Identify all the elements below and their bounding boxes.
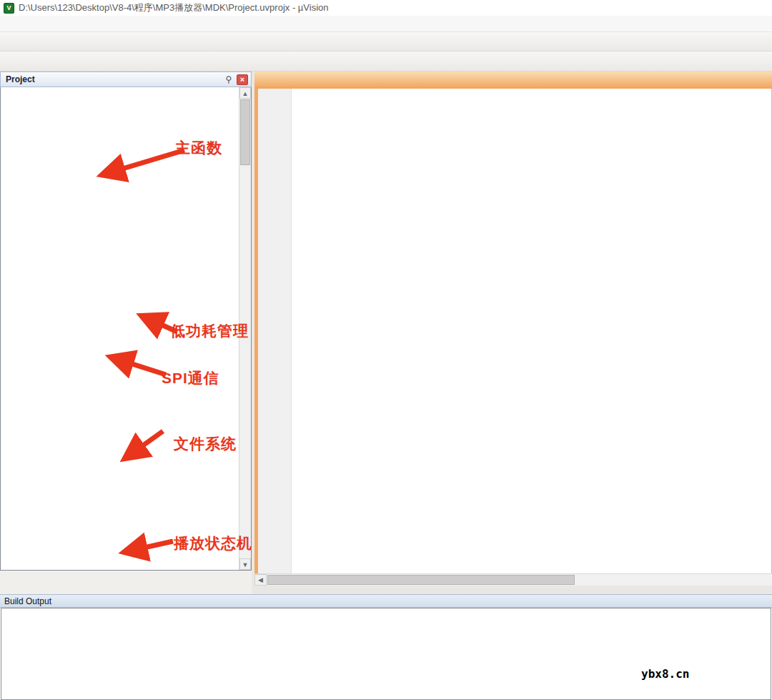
project-panel-title: Project (6, 74, 223, 84)
hscrollbar-thumb[interactable] (267, 575, 575, 585)
scroll-down-icon[interactable]: ▼ (239, 558, 251, 570)
close-panel-button[interactable]: × (237, 74, 248, 85)
tree-scrollbar[interactable]: ▲ ▼ (239, 87, 251, 570)
uvision-logo-icon: V (4, 3, 14, 14)
panel-tab-bar (0, 573, 252, 592)
scroll-up-icon[interactable]: ▲ (239, 87, 251, 99)
toolbar-build (0, 51, 772, 72)
build-output-content[interactable] (1, 608, 771, 700)
code-area[interactable] (254, 89, 772, 573)
build-output-header: Build Output (0, 594, 772, 608)
menubar (0, 16, 772, 32)
window-title: D:\Users\123\Desktop\V8-4\程序\MP3播放器\MDK\… (19, 1, 329, 14)
uvision-window: V D:\Users\123\Desktop\V8-4\程序\MP3播放器\MD… (0, 0, 772, 700)
toolbar-file (0, 32, 772, 51)
build-output-title: Build Output (4, 596, 51, 606)
main-area: Project ⚲ × ▲ ▼ (0, 72, 772, 594)
project-panel-header: Project ⚲ × (0, 72, 252, 87)
titlebar: V D:\Users\123\Desktop\V8-4\程序\MP3播放器\MD… (0, 0, 772, 16)
editor-tab-bar (254, 72, 772, 89)
editor-filler (254, 586, 772, 594)
pin-icon[interactable]: ⚲ (223, 74, 234, 84)
project-panel: Project ⚲ × ▲ ▼ (0, 72, 252, 594)
scrollbar-thumb[interactable] (240, 99, 250, 165)
watermark: ybx8.cn (641, 667, 689, 681)
scroll-left-icon[interactable]: ◀ (254, 574, 267, 586)
editor-hscrollbar[interactable]: ◀ (254, 573, 772, 586)
editor: ◀ (254, 72, 772, 594)
project-tree: ▲ ▼ (0, 87, 252, 571)
